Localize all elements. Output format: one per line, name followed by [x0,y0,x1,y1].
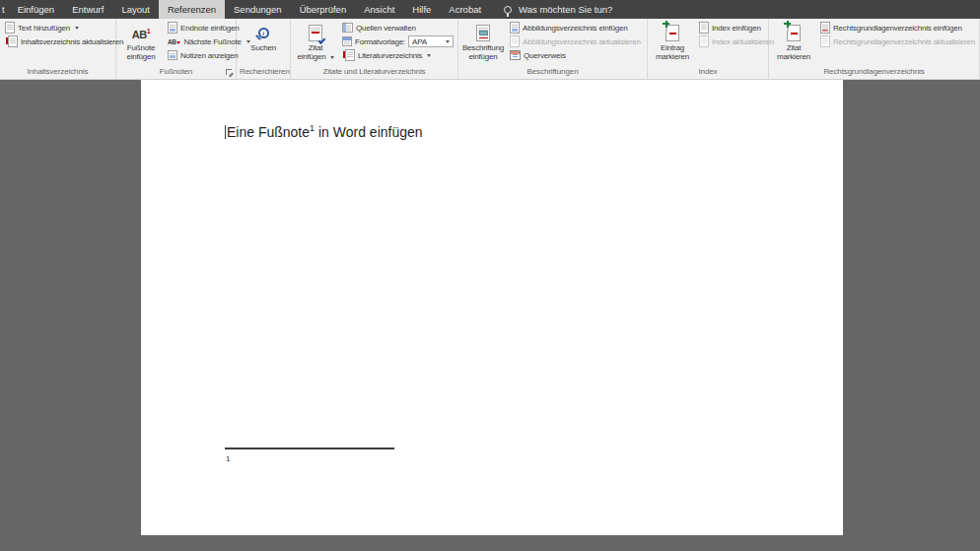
insert-footnote-icon: AB1 [132,27,150,39]
insert-table-of-figures-button[interactable]: Abbildungsverzeichnis einfügen [508,21,643,34]
update-toc-icon [8,35,18,47]
update-toc-button[interactable]: Inhaltsverzeichnis aktualisieren [3,34,125,48]
manage-sources-button[interactable]: Quellen verwalten [340,21,455,34]
document-heading: Eine Fußnote1 in Word einfügen [225,123,423,140]
citation-style-row: Formatvorlage: APA [340,34,455,48]
mark-citation-icon [787,25,801,41]
dropdown-arrow-icon [330,56,334,59]
footnote-number: 1 [226,454,230,463]
text-cursor [225,125,226,139]
insert-citation-icon [309,25,322,41]
group-recherchieren: i Suchen Recherchieren [237,19,291,79]
update-index-icon [699,35,709,47]
group-label-beschriftungen: Beschriftungen [461,66,644,79]
bibliography-button[interactable]: Literaturverzeichnis [340,48,455,62]
ribbon-tab-bar: t Einfügen Entwurf Layout Referenzen Sen… [0,0,980,19]
insert-toa-button[interactable]: Rechtsgrundlagenverzeichnis einfügen [818,21,977,34]
group-label-rechtsgrundlagen: Rechtsgrundlagenverzeichnis [772,66,976,79]
insert-citation-button[interactable]: Zitat einfügen [294,21,337,61]
update-toa-icon [820,35,830,47]
insert-toa-icon [820,22,830,34]
insert-index-button[interactable]: Index einfügen [697,21,776,34]
insert-caption-button[interactable]: Beschriftung einfügen [461,21,505,61]
group-label-index: Index [651,66,765,79]
search-button[interactable]: i Suchen [242,21,285,52]
tell-me-label: Was möchten Sie tun? [519,4,612,15]
search-icon: i [258,28,269,38]
group-label-zitate: Zitate und Literaturverzeichnis [294,66,455,79]
mark-entry-button[interactable]: Eintrag markieren [651,21,694,61]
citation-style-icon [342,36,352,46]
group-label-inhaltsverzeichnis: Inhaltsverzeichnis [3,66,112,79]
mark-entry-icon [665,25,679,41]
insert-table-of-figures-icon [510,22,520,34]
cross-reference-button[interactable]: Querverweis [508,48,643,62]
footnotes-dialog-launcher-icon[interactable] [226,69,234,77]
tab-hilfe[interactable]: Hilfe [403,0,440,19]
tab-sendungen[interactable]: Sendungen [225,0,291,19]
group-label-recherchieren: Recherchieren [240,66,287,79]
update-table-of-figures-icon [510,35,520,47]
tab-ueberpruefen[interactable]: Überprüfen [291,0,356,19]
tab-acrobat[interactable]: Acrobat [440,0,490,19]
update-index-button: Index aktualisieren [697,34,776,48]
bibliography-icon [345,49,355,61]
document-background: Eine Fußnote1 in Word einfügen 1 [0,80,980,550]
dropdown-arrow-icon [75,27,79,30]
tab-ansicht[interactable]: Ansicht [355,0,403,19]
group-zitate: Zitat einfügen Quellen verwalten Formatv… [291,19,458,79]
cross-reference-icon [510,50,521,60]
footnote-separator [225,448,394,449]
tab-layout[interactable]: Layout [112,0,159,19]
insert-index-icon [699,22,709,34]
lightbulb-icon [504,6,512,14]
add-text-icon [5,22,15,34]
add-text-button[interactable]: Text hinzufügen [3,21,125,34]
group-fussnoten: AB1 Fußnote einfügen Endnote einfügen AB… [116,19,237,79]
tab-referenzen[interactable]: Referenzen [159,0,225,19]
ribbon-referenzen: Text hinzufügen Inhaltsverzeichnis aktua… [0,19,980,80]
tab-start-partial[interactable]: t [0,0,9,19]
tell-me-box[interactable]: Was möchten Sie tun? [496,0,620,19]
tab-einfuegen[interactable]: Einfügen [9,0,64,19]
dropdown-arrow-icon [427,54,431,57]
group-index: Eintrag markieren Index einfügen Index a… [648,19,769,79]
group-inhaltsverzeichnis: Text hinzufügen Inhaltsverzeichnis aktua… [0,19,116,79]
show-notes-icon [168,50,177,60]
insert-endnote-icon [168,22,177,34]
group-rechtsgrundlagen: Zitat markieren Rechtsgrundlagenverzeich… [769,19,980,79]
insert-caption-icon [476,25,490,41]
manage-sources-icon [342,23,353,33]
dropdown-arrow-icon [446,40,450,43]
update-toa-button: Rechtsgrundlagenverzeichnis aktualisiere… [818,34,977,48]
group-label-fussnoten: Fußnoten [119,66,233,79]
document-page[interactable]: Eine Fußnote1 in Word einfügen 1 [141,80,843,535]
next-footnote-icon: AB [168,38,180,45]
group-beschriftungen: Beschriftung einfügen Abbildungsverzeich… [458,19,648,79]
mark-citation-button[interactable]: Zitat markieren [772,21,815,61]
tab-entwurf[interactable]: Entwurf [63,0,112,19]
insert-footnote-button[interactable]: AB1 Fußnote einfügen [119,21,163,61]
update-table-of-figures-button: Abbildungsverzeichnis aktualisieren [508,34,643,48]
citation-style-select[interactable]: APA [408,35,454,47]
